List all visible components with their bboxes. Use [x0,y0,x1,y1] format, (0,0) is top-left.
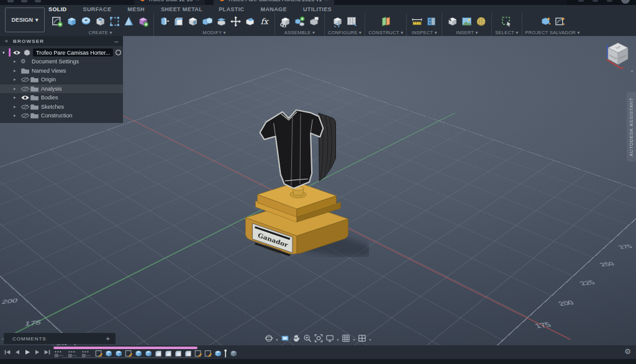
chevron-right-icon[interactable]: ▸ [14,77,20,82]
revolve-icon[interactable] [79,14,93,29]
timeline-position-marker[interactable] [224,349,229,358]
extrude-icon[interactable] [65,14,79,29]
chevron-down-icon[interactable]: ▾ [276,337,278,342]
shell-icon[interactable] [186,14,200,29]
ribbon-group-label[interactable]: CREATE ▾ [88,30,112,35]
avatar[interactable] [621,0,630,4]
model-viewport[interactable]: 32530027525022520017515012510075 3503253… [0,36,636,345]
browser-item-construction[interactable]: ▸Construction [0,111,123,121]
browser-item-analysis[interactable]: ▸Analysis [0,84,123,94]
browser-item-sketches[interactable]: ▸Sketches [0,102,123,112]
timeline-fillet-feature[interactable] [164,349,173,358]
visibility-eye-icon[interactable] [20,94,30,101]
play-button[interactable] [24,347,31,358]
timeline-extrude-feature[interactable] [104,349,114,358]
insert-derive-icon[interactable] [445,14,460,29]
move-copy-icon[interactable] [229,14,243,29]
configuration-table-icon[interactable] [345,14,359,29]
box-primitive-icon[interactable] [107,14,122,29]
ribbon-group-label[interactable]: PROJECT SALVADOR ▾ [525,30,580,35]
insert-mesh-icon[interactable] [474,14,488,29]
construction-plane-icon[interactable] [379,14,393,29]
chevron-down-icon[interactable]: ▾ [2,50,9,55]
combine-icon[interactable] [200,14,214,29]
preferences-gear-icon[interactable]: ⚙ [624,347,631,356]
hole-icon[interactable] [93,14,107,29]
press-pull-icon[interactable] [157,14,171,29]
joint-icon[interactable] [293,14,307,29]
collapse-panel-icon[interactable]: « [5,38,8,44]
step-forward-button[interactable] [34,347,41,358]
create-sketch-icon[interactable] [50,14,65,29]
trophy-model[interactable]: Ganador [237,101,369,257]
trophy-shirt[interactable] [260,110,335,188]
chevron-down-icon[interactable]: ▾ [337,337,338,342]
change-parameters-icon[interactable]: fx [257,14,271,29]
timeline-extrude-feature-disabled[interactable] [229,349,238,358]
timeline-fillet-feature[interactable] [174,349,183,358]
undo-icon[interactable] [35,0,41,2]
close-tab-icon[interactable]: × [325,0,328,2]
timeline-sketch-feature[interactable] [94,349,104,358]
timeline-sketch-feature[interactable] [194,349,203,358]
measure-icon[interactable] [410,14,424,29]
ribbon-group-label[interactable]: ASSEMBLE ▾ [284,30,315,35]
canvas-icon[interactable] [460,14,474,29]
salvador-generate-icon[interactable] [538,14,553,29]
fillet-icon[interactable] [171,14,186,29]
browser-item-bodies[interactable]: ▸Bodies [0,93,123,102]
chamfer-icon[interactable] [243,14,257,29]
help-icon[interactable] [607,0,612,2]
ribbon-group-label[interactable]: SELECT ▾ [495,30,518,35]
visibility-eye-off-icon[interactable] [20,76,30,83]
go-to-start-button[interactable] [4,347,11,358]
autodesk-assistant-tab[interactable]: AUTODESK ASSISTANT [627,92,636,162]
timeline-fillet-feature[interactable] [154,349,163,358]
orbit-icon[interactable] [264,334,273,343]
ribbon-group-label[interactable]: INSPECT ▾ [412,30,437,35]
timeline-extrude-feature[interactable] [144,349,153,358]
timeline-collapsed-group[interactable] [53,349,66,358]
close-tab-icon[interactable]: × [196,0,199,2]
ribbon-tab-plastic[interactable]: PLASTIC [219,6,244,12]
zoom-icon[interactable] [302,334,312,343]
viewcube-collapse-icon[interactable]: « [631,68,634,74]
ribbon-tab-mesh[interactable]: MESH [127,6,145,12]
ribbon-group-label[interactable]: CONSTRUCT ▾ [368,30,403,35]
extensions-icon[interactable] [578,0,584,2]
grid-layout-icon[interactable] [342,334,351,343]
data-panel-icon[interactable] [7,0,14,2]
timeline-extrude-feature[interactable] [114,349,124,358]
chevron-right-icon[interactable]: ▸ [14,104,20,109]
browser-item-origin[interactable]: ▸Origin [0,75,123,84]
configuration-icon[interactable] [330,14,345,29]
view-cube[interactable]: TOP FRONT RIGHT [602,40,632,76]
timeline-fillet-feature[interactable] [184,349,193,358]
activate-radio-icon[interactable] [116,50,121,55]
browser-root-item[interactable]: ▾ Trofeo Pare Camisas Horter... [0,48,123,57]
pan-icon[interactable] [291,334,301,343]
look-at-icon[interactable] [280,334,289,343]
design-workspace-button[interactable]: DESIGN▾ [5,7,45,32]
ribbon-tab-surface[interactable]: SURFACE [83,6,112,12]
chevron-right-icon[interactable]: ▸ [14,86,20,91]
fit-icon[interactable] [314,334,323,343]
timeline-collapsed-group[interactable] [67,349,80,358]
new-component-icon[interactable] [278,14,293,29]
display-settings-icon[interactable] [325,334,334,343]
minimize-panel-icon[interactable]: – [114,38,118,45]
ribbon-tab-manage[interactable]: MANAGE [260,6,286,12]
ribbon-group-label[interactable]: INSERT ▾ [456,30,478,35]
timeline-sketch-feature[interactable] [204,349,213,358]
browser-header[interactable]: « BROWSER – [0,36,123,46]
browser-item-named-views[interactable]: ▸Named Views [0,66,123,76]
timeline-extrude-feature[interactable] [214,349,223,358]
create-form-icon[interactable] [136,14,150,29]
document-tab[interactable]: Trofeo Goal 12 16 × [134,0,205,5]
save-icon[interactable] [21,0,27,2]
split-body-icon[interactable] [214,14,229,29]
visibility-eye-off-icon[interactable] [20,104,30,110]
chevron-right-icon[interactable]: ▸ [14,68,20,73]
add-comment-button[interactable]: + [106,335,111,342]
visibility-eye-icon[interactable] [12,50,21,56]
